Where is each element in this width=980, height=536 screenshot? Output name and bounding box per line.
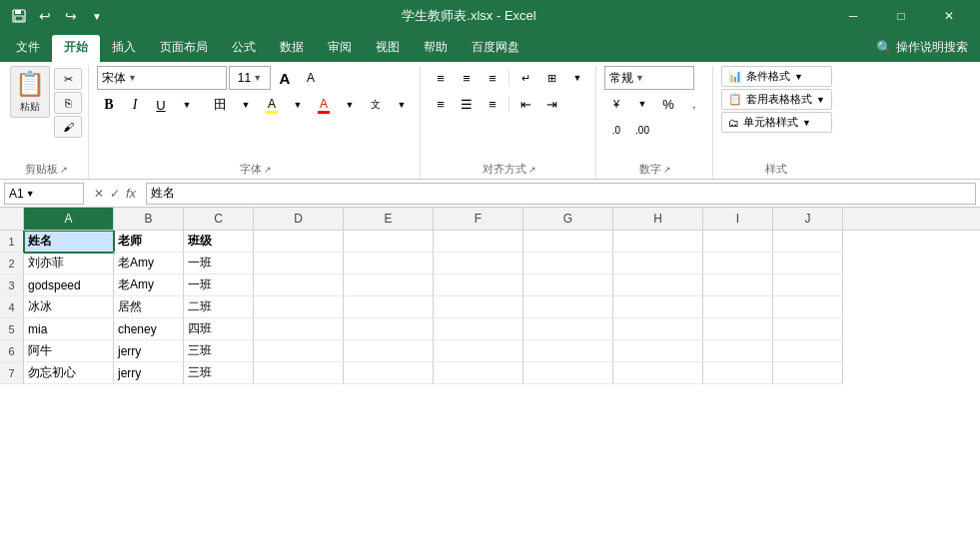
- col-header-j[interactable]: J: [773, 208, 843, 230]
- cell-j6[interactable]: [773, 340, 843, 362]
- cell-i3[interactable]: [703, 274, 773, 296]
- bold-button[interactable]: B: [97, 93, 121, 117]
- phonetic-button[interactable]: 文: [364, 93, 388, 117]
- cell-d1[interactable]: [254, 231, 344, 253]
- col-header-i[interactable]: I: [703, 208, 773, 230]
- tab-insert[interactable]: 插入: [100, 35, 148, 62]
- underline-dropdown[interactable]: ▼: [175, 93, 199, 117]
- save-icon[interactable]: [8, 5, 30, 27]
- tab-help[interactable]: 帮助: [412, 35, 460, 62]
- cell-b5[interactable]: cheney: [114, 318, 184, 340]
- cell-e2[interactable]: [344, 253, 434, 274]
- row-num-7[interactable]: 7: [0, 362, 24, 384]
- font-size-selector[interactable]: 11 ▼: [229, 66, 271, 90]
- cell-j5[interactable]: [773, 318, 843, 340]
- confirm-formula-icon[interactable]: ✓: [110, 187, 120, 201]
- cell-h6[interactable]: [613, 340, 703, 362]
- row-num-4[interactable]: 4: [0, 296, 24, 318]
- currency-dropdown[interactable]: ▼: [630, 92, 654, 116]
- font-name-dropdown-arrow[interactable]: ▼: [128, 73, 137, 83]
- number-format-selector[interactable]: 常规 ▼: [604, 66, 694, 90]
- cell-a5[interactable]: mia: [24, 318, 114, 340]
- cell-e6[interactable]: [344, 340, 434, 362]
- number-expand-icon[interactable]: ↗: [663, 165, 671, 175]
- cell-d3[interactable]: [254, 274, 344, 296]
- cell-a7[interactable]: 勿忘初心: [24, 362, 114, 384]
- font-color-dropdown[interactable]: ▼: [338, 93, 362, 117]
- cell-d7[interactable]: [254, 362, 344, 384]
- format-as-table-button[interactable]: 📋 套用表格格式 ▼: [721, 89, 832, 110]
- cell-j1[interactable]: [773, 231, 843, 253]
- merge-dropdown[interactable]: ▼: [565, 66, 589, 90]
- cell-f1[interactable]: [434, 231, 523, 253]
- customize-qa-icon[interactable]: ▼: [86, 5, 108, 27]
- cell-f7[interactable]: [434, 362, 523, 384]
- cell-a2[interactable]: 刘亦菲: [24, 253, 114, 274]
- minimize-button[interactable]: ─: [830, 0, 876, 32]
- fill-color-button[interactable]: A: [260, 93, 284, 117]
- cell-c1[interactable]: 班级: [184, 231, 254, 253]
- alignment-expand-icon[interactable]: ↗: [528, 165, 536, 175]
- cell-b4[interactable]: 居然: [114, 296, 184, 318]
- cell-b6[interactable]: jerry: [114, 340, 184, 362]
- cell-g5[interactable]: [523, 318, 613, 340]
- indent-increase-button[interactable]: ⇥: [539, 92, 563, 116]
- tab-baidu[interactable]: 百度网盘: [460, 35, 531, 62]
- font-size-dropdown-arrow[interactable]: ▼: [253, 73, 262, 83]
- search-label[interactable]: 操作说明搜索: [896, 39, 968, 56]
- cell-h3[interactable]: [613, 274, 703, 296]
- col-header-d[interactable]: D: [254, 208, 344, 230]
- cell-a3[interactable]: godspeed: [24, 274, 114, 296]
- tab-pagelayout[interactable]: 页面布局: [148, 35, 220, 62]
- paste-button[interactable]: 📋 粘贴: [10, 66, 50, 118]
- row-num-2[interactable]: 2: [0, 253, 24, 274]
- row-num-1[interactable]: 1: [0, 231, 24, 253]
- cell-g7[interactable]: [523, 362, 613, 384]
- cell-c3[interactable]: 一班: [184, 274, 254, 296]
- cell-f6[interactable]: [434, 340, 523, 362]
- cell-g4[interactable]: [523, 296, 613, 318]
- cell-j4[interactable]: [773, 296, 843, 318]
- cell-h1[interactable]: [613, 231, 703, 253]
- align-bottom-button[interactable]: ≡: [481, 66, 504, 90]
- cell-d5[interactable]: [254, 318, 344, 340]
- cell-c7[interactable]: 三班: [184, 362, 254, 384]
- copy-button[interactable]: ⎘: [54, 92, 82, 114]
- col-header-g[interactable]: G: [523, 208, 613, 230]
- cell-h2[interactable]: [613, 253, 703, 274]
- font-expand-icon[interactable]: ↗: [264, 165, 272, 175]
- italic-button[interactable]: I: [123, 93, 147, 117]
- wrap-text-button[interactable]: ↵: [513, 66, 537, 90]
- cell-ref-dropdown[interactable]: ▼: [26, 189, 35, 199]
- cell-f2[interactable]: [434, 253, 523, 274]
- tab-formulas[interactable]: 公式: [220, 35, 268, 62]
- conditional-format-button[interactable]: 📊 条件格式 ▼: [721, 66, 832, 87]
- cell-h5[interactable]: [613, 318, 703, 340]
- row-num-5[interactable]: 5: [0, 318, 24, 340]
- font-color-button[interactable]: A: [312, 93, 336, 117]
- row-num-3[interactable]: 3: [0, 274, 24, 296]
- thousands-button[interactable]: ,: [682, 92, 706, 116]
- cell-f5[interactable]: [434, 318, 523, 340]
- col-header-c[interactable]: C: [184, 208, 254, 230]
- align-middle-button[interactable]: ≡: [455, 66, 479, 90]
- cell-f4[interactable]: [434, 296, 523, 318]
- increase-decimal-button[interactable]: .00: [630, 118, 654, 142]
- cell-i5[interactable]: [703, 318, 773, 340]
- cell-d4[interactable]: [254, 296, 344, 318]
- cell-reference-box[interactable]: A1 ▼: [4, 183, 84, 205]
- cell-e7[interactable]: [344, 362, 434, 384]
- phonetic-dropdown[interactable]: ▼: [390, 93, 414, 117]
- tab-file[interactable]: 文件: [4, 35, 52, 62]
- cell-b3[interactable]: 老Amy: [114, 274, 184, 296]
- close-button[interactable]: ✕: [926, 0, 972, 32]
- cell-a6[interactable]: 阿牛: [24, 340, 114, 362]
- cell-j2[interactable]: [773, 253, 843, 274]
- cell-i2[interactable]: [703, 253, 773, 274]
- align-center-button[interactable]: ☰: [455, 92, 479, 116]
- cell-a4[interactable]: 冰冰: [24, 296, 114, 318]
- cell-j3[interactable]: [773, 274, 843, 296]
- cell-i1[interactable]: [703, 231, 773, 253]
- tab-data[interactable]: 数据: [268, 35, 316, 62]
- cell-styles-button[interactable]: 🗂 单元格样式 ▼: [721, 112, 832, 133]
